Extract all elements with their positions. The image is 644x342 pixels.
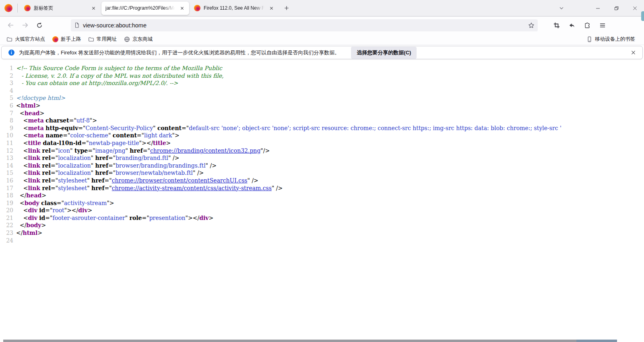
- source-line: 9 <meta http-equiv="Content-Security-Pol…: [0, 124, 644, 132]
- code-text: </head>: [16, 192, 46, 199]
- code-segment: " />: [248, 177, 258, 184]
- code-segment: =": [69, 117, 76, 124]
- minimize-button[interactable]: [588, 0, 607, 16]
- bookmark-star-icon[interactable]: [528, 22, 535, 29]
- code-segment: href: [130, 147, 142, 154]
- bookmark-getting-started[interactable]: 新手上路: [50, 35, 83, 44]
- code-segment: content: [113, 132, 137, 139]
- code-segment: =": [45, 207, 52, 213]
- tab-bar: 新标签页 jar:file:///C:/Program%20Files/Mo F…: [0, 0, 644, 17]
- code-segment: ": [70, 147, 74, 154]
- code-segment: ": [87, 177, 91, 184]
- line-number: 9: [0, 124, 16, 132]
- list-all-tabs-button[interactable]: [556, 3, 567, 13]
- code-segment: " />: [272, 185, 283, 191]
- toolbar-right-icons: [549, 19, 610, 32]
- bookmark-label: 新手上路: [61, 36, 81, 43]
- line-number: 21: [0, 214, 16, 222]
- source-line: 12 <link rel="icon" type="image/png" hre…: [0, 147, 644, 155]
- code-segment: ">: [107, 200, 114, 206]
- code-segment: >: [41, 192, 46, 199]
- code-segment: http-equiv: [45, 125, 78, 131]
- bookmark-jd-mall[interactable]: 京东商城: [122, 35, 155, 44]
- new-tab-button[interactable]: [281, 3, 292, 13]
- code-segment: =": [51, 147, 58, 154]
- source-line: 21 <div id="footer-asrouter-container" r…: [0, 214, 644, 222]
- code-segment: link: [28, 185, 41, 191]
- tab-close-icon[interactable]: [178, 4, 186, 12]
- code-text: <link rel="icon" type="image/png" href="…: [16, 147, 270, 155]
- scrollbar-thumb[interactable]: [3, 340, 576, 342]
- code-segment: color-scheme: [70, 132, 108, 139]
- forward-button[interactable]: [19, 19, 31, 32]
- code-segment: activity-stream: [64, 200, 107, 206]
- code-segment: localization: [58, 155, 91, 161]
- code-segment: meta: [28, 132, 44, 139]
- page-icon: [74, 22, 80, 28]
- code-segment: presentation: [149, 215, 186, 221]
- source-line: 1<!-- This Source Code Form is subject t…: [0, 64, 644, 72]
- extensions-puzzle-icon[interactable]: [581, 19, 594, 32]
- source-link[interactable]: chrome://browser/content/contentSearchUI…: [112, 177, 248, 184]
- code-segment: link: [28, 155, 41, 161]
- source-line: 22 </body>: [0, 222, 644, 229]
- bookmark-mobile-bookmarks[interactable]: 移动设备上的书签: [584, 35, 638, 44]
- code-segment: rel: [42, 147, 51, 154]
- line-number: 16: [0, 177, 16, 184]
- data-sharing-infobar: 为提高用户体验，Firefox 将发送部分功能的使用情况给我们，用于进一步优化火…: [1, 46, 643, 59]
- menu-hamburger-icon[interactable]: [596, 19, 609, 32]
- source-line: 11 <title data-l10n-id="newtab-page-titl…: [0, 139, 644, 147]
- scrollbar-thumb-end[interactable]: [576, 340, 617, 342]
- tab-new-tab-page[interactable]: 新标签页: [20, 2, 101, 15]
- screenshot-icon[interactable]: [550, 19, 563, 32]
- code-segment: =": [51, 185, 58, 191]
- code-segment: default-src 'none'; object-src 'none'; s…: [189, 125, 561, 131]
- code-segment: browser/newtab/newtab.ftl: [116, 170, 193, 176]
- line-number: 6: [0, 102, 16, 110]
- edge-sliver: [641, 11, 644, 21]
- code-segment: link: [28, 170, 41, 176]
- tab-close-icon[interactable]: [267, 4, 275, 12]
- tab-view-source-active[interactable]: jar:file:///C:/Program%20Files/Mo: [101, 2, 189, 15]
- code-segment: =": [63, 132, 70, 139]
- bookmark-folder-firefox-official[interactable]: 火狐官方站点: [4, 35, 47, 44]
- code-segment: href: [95, 170, 108, 176]
- code-segment: div: [28, 215, 37, 221]
- source-link[interactable]: chrome://branding/content/icon32.png: [150, 147, 260, 154]
- source-line: 17 <link rel="stylesheet" href="chrome:/…: [0, 184, 644, 192]
- source-line: 23</html>: [0, 229, 644, 237]
- back-button[interactable]: [4, 19, 17, 32]
- code-segment: title: [153, 140, 166, 146]
- code-segment: branding/brand.ftl: [116, 155, 168, 161]
- bookmark-folder-common-sites[interactable]: 常用网址: [86, 35, 119, 44]
- firefox-app-icon: [4, 4, 12, 12]
- code-segment: " />: [168, 155, 179, 161]
- tab-firefox-whatsnew[interactable]: Firefox 112.0, See All New Fea: [190, 2, 279, 15]
- restore-button[interactable]: [607, 0, 625, 16]
- code-segment: "/>: [260, 147, 270, 154]
- line-number: 20: [0, 207, 16, 214]
- reload-button[interactable]: [33, 19, 46, 32]
- line-number: 1: [0, 64, 16, 72]
- line-number: 4: [0, 87, 16, 95]
- code-text: <link rel="localization" href="branding/…: [16, 154, 179, 162]
- url-bar[interactable]: view-source:about:home: [71, 19, 538, 31]
- source-line: 10 <meta name="color-scheme" content="li…: [0, 132, 644, 139]
- url-text[interactable]: view-source:about:home: [83, 22, 528, 29]
- choose-shared-data-button[interactable]: 选择您要分享的数据(C): [351, 47, 417, 59]
- horizontal-scrollbar[interactable]: [0, 340, 644, 342]
- tab-close-icon[interactable]: [89, 4, 97, 12]
- code-segment: link: [28, 162, 41, 169]
- line-number: 15: [0, 169, 16, 177]
- undo-icon[interactable]: [566, 19, 578, 32]
- infobar-close-icon[interactable]: [628, 48, 638, 58]
- code-segment: rel: [42, 185, 51, 191]
- code-segment: =": [88, 147, 95, 154]
- code-segment: </: [16, 222, 26, 228]
- code-segment: body: [26, 222, 41, 228]
- code-segment: div: [199, 215, 208, 221]
- source-link[interactable]: chrome://activity-stream/content/css/act…: [112, 185, 272, 191]
- code-segment: rel: [42, 177, 51, 184]
- code-segment: <: [16, 117, 28, 124]
- line-number: 19: [0, 199, 16, 207]
